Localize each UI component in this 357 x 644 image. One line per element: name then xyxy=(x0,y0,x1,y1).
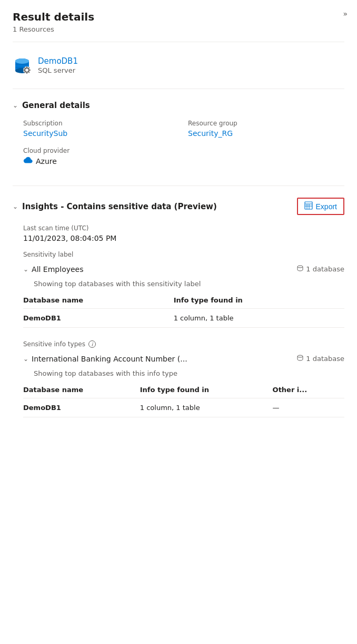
sensitivity-table-header-row: Database name Info type found in xyxy=(23,292,344,309)
subscription-label: Subscription xyxy=(23,120,180,127)
svg-line-12 xyxy=(24,67,25,68)
info-col-other: Other i... xyxy=(273,382,344,398)
info-table-header-row: Database name Info type found in Other i… xyxy=(23,382,344,398)
insights-header: ⌄ Insights - Contains sensitive data (Pr… xyxy=(13,192,344,220)
iban-badge: 1 database xyxy=(296,354,344,363)
cloud-provider-text: Azure xyxy=(36,157,57,165)
info-row1-other: — xyxy=(273,398,344,417)
sensitivity-col-db: Database name xyxy=(23,292,174,309)
info-row1-db: DemoDB1 xyxy=(23,398,140,417)
sensitivity-table: Database name Info type found in DemoDB1… xyxy=(23,292,344,328)
svg-line-14 xyxy=(29,67,29,68)
sensitivity-label-title: Sensitivity label xyxy=(23,251,344,258)
showing-info-text: Showing top databases with this info typ… xyxy=(23,369,344,377)
info-row1-info: 1 column, 1 table xyxy=(140,398,273,417)
insights-content: Last scan time (UTC) 11/01/2023, 08:04:0… xyxy=(13,220,344,422)
iban-chevron[interactable]: ⌄ xyxy=(23,355,28,363)
double-chevron-icon[interactable]: » xyxy=(343,9,348,18)
page-title: Result details xyxy=(13,11,344,23)
scan-time-value: 11/01/2023, 08:04:05 PM xyxy=(23,234,344,242)
svg-point-22 xyxy=(298,355,303,357)
all-employees-badge: 1 database xyxy=(296,265,344,274)
all-employees-chevron[interactable]: ⌄ xyxy=(23,266,28,273)
divider-top xyxy=(13,42,344,42)
general-details-header[interactable]: ⌄ General details xyxy=(13,95,344,115)
insights-title: Insights - Contains sensitive data (Prev… xyxy=(22,202,217,211)
info-tooltip-icon[interactable]: i xyxy=(88,340,96,348)
svg-line-15 xyxy=(24,72,25,73)
iban-badge-icon xyxy=(296,354,304,363)
cloud-provider-group: Cloud provider Azure xyxy=(23,147,344,165)
sensitive-info-types-label: Sensitive info types xyxy=(23,340,85,348)
subscription-group: Subscription SecuritySub xyxy=(23,120,180,138)
info-col-type: Info type found in xyxy=(140,382,273,398)
cloud-icon xyxy=(23,157,33,165)
spacer-1 xyxy=(23,328,344,340)
resource-type: SQL server xyxy=(38,66,75,74)
iban-left: ⌄ International Banking Account Number (… xyxy=(23,355,187,363)
insights-section: ⌄ Insights - Contains sensitive data (Pr… xyxy=(13,192,344,422)
iban-label: International Banking Account Number (..… xyxy=(32,355,187,363)
info-table: Database name Info type found in Other i… xyxy=(23,382,344,417)
resource-row: DemoDB1 SQL server xyxy=(13,48,344,82)
resource-group-value[interactable]: Security_RG xyxy=(188,129,344,138)
cloud-provider-label: Cloud provider xyxy=(23,147,344,154)
scan-time-group: Last scan time (UTC) 11/01/2023, 08:04:0… xyxy=(23,225,344,242)
resource-name-link[interactable]: DemoDB1 xyxy=(38,56,78,66)
iban-row: ⌄ International Banking Account Number (… xyxy=(23,352,344,365)
resource-group-label: Resource group xyxy=(188,120,344,127)
info-col-db: Database name xyxy=(23,382,140,398)
general-details-content: Subscription SecuritySub Resource group … xyxy=(13,115,344,179)
insights-chevron[interactable]: ⌄ xyxy=(13,203,18,210)
iban-badge-text: 1 database xyxy=(306,355,344,363)
showing-sensitivity-text: Showing top databases with this sensitiv… xyxy=(23,280,344,288)
divider-2 xyxy=(13,186,344,186)
info-table-row-1: DemoDB1 1 column, 1 table — xyxy=(23,398,344,417)
page-subtitle: 1 Resources xyxy=(13,25,344,33)
export-button[interactable]: Export xyxy=(297,198,344,215)
general-details-title: General details xyxy=(22,101,90,110)
general-details-section: ⌄ General details Subscription SecurityS… xyxy=(13,95,344,179)
cloud-provider-value-row: Azure xyxy=(23,157,344,165)
subscription-value[interactable]: SecuritySub xyxy=(23,129,180,138)
sensitivity-row1-db: DemoDB1 xyxy=(23,309,174,328)
resource-group-group: Resource group Security_RG xyxy=(188,120,344,138)
divider-1 xyxy=(13,89,344,89)
sensitive-info-types-group: Sensitive info types i xyxy=(23,340,344,348)
sql-icon xyxy=(13,56,32,75)
subscription-resource-group-row: Subscription SecuritySub Resource group … xyxy=(23,120,344,138)
sensitivity-table-row-1: DemoDB1 1 column, 1 table xyxy=(23,309,344,328)
export-table-icon xyxy=(304,201,313,211)
scan-time-label: Last scan time (UTC) xyxy=(23,225,344,232)
svg-point-21 xyxy=(298,266,303,268)
general-details-chevron: ⌄ xyxy=(13,102,18,109)
all-employees-left: ⌄ All Employees xyxy=(23,265,84,274)
all-employees-label: All Employees xyxy=(32,265,83,274)
export-label: Export xyxy=(316,202,337,211)
svg-line-13 xyxy=(29,72,29,73)
sensitivity-col-info: Info type found in xyxy=(174,292,344,309)
all-employees-badge-text: 1 database xyxy=(306,265,344,273)
all-employees-row: ⌄ All Employees 1 database xyxy=(23,262,344,276)
svg-point-3 xyxy=(15,58,29,64)
insights-header-left: ⌄ Insights - Contains sensitive data (Pr… xyxy=(13,202,217,211)
database-badge-icon xyxy=(296,265,304,274)
svg-rect-16 xyxy=(305,202,312,209)
sensitivity-row1-info: 1 column, 1 table xyxy=(174,309,344,328)
resource-info: DemoDB1 SQL server xyxy=(38,56,78,74)
